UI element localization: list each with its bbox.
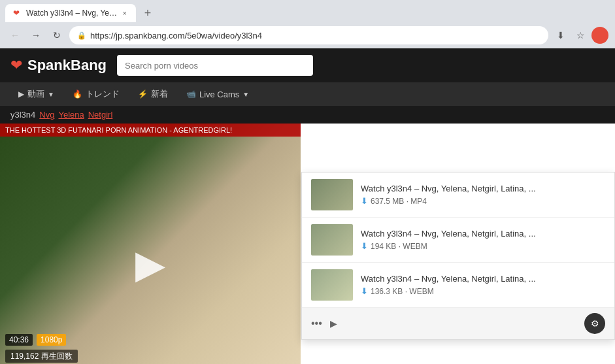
settings-icon: ⚙: [591, 318, 599, 329]
download-size-1: ⬇ 637.5 MB · MP4: [361, 196, 605, 206]
search-input[interactable]: [117, 55, 313, 76]
download-info-1: Watch y3l3n4 – Nvg, Yelena, Netgirl, Lat…: [361, 184, 605, 206]
forward-button[interactable]: →: [27, 27, 44, 44]
profile-icon[interactable]: [591, 27, 608, 44]
video-player[interactable]: THE HOTTEST 3D FUTANARI PORN ANIMATION -…: [0, 124, 301, 364]
nav-item-livecams[interactable]: 📹 Live Cams ▼: [178, 86, 257, 103]
dropdown-play-button[interactable]: ▶: [330, 318, 337, 329]
download-thumb-3: [311, 269, 353, 301]
tab-title: Watch y3l3n4 – Nvg, Yelena, N…: [26, 8, 118, 18]
camera-icon: 📹: [186, 90, 196, 99]
duration-badge: 40:36: [5, 334, 33, 346]
quality-badge: 1080p: [37, 334, 66, 346]
download-item-2[interactable]: Watch y3l3n4 – Nvg, Yelena, Netgirl, Lat…: [302, 218, 614, 263]
download-title-1: Watch y3l3n4 – Nvg, Yelena, Netgirl, Lat…: [361, 184, 605, 193]
more-options-button[interactable]: •••: [311, 318, 322, 329]
download-icon-2: ⬇: [361, 241, 368, 251]
breadcrumb-netgirl[interactable]: Netgirl: [88, 110, 113, 120]
views-badge: 119,162 再生回数: [5, 350, 78, 363]
livecams-chevron-icon: ▼: [242, 91, 249, 98]
tab-close-button[interactable]: ×: [122, 8, 128, 18]
nav-label-trend: トレンド: [86, 88, 120, 100]
download-icon-1: ⬇: [361, 196, 368, 206]
download-item-1[interactable]: Watch y3l3n4 – Nvg, Yelena, Netgirl, Lat…: [302, 173, 614, 218]
dropdown-footer-left: ••• ▶: [311, 318, 337, 329]
download-dropdown: Watch y3l3n4 – Nvg, Yelena, Netgirl, Lat…: [301, 172, 615, 340]
url-text: https://jp.spankbang.com/5e0wa/video/y3l…: [90, 31, 540, 41]
download-thumb-2: [311, 224, 353, 256]
fire-icon: 🔥: [73, 90, 82, 99]
download-info-2: Watch y3l3n4 – Nvg, Yelena, Netgirl, Lat…: [361, 229, 605, 251]
download-title-3: Watch y3l3n4 – Nvg, Yelena, Netgirl, Lat…: [361, 274, 605, 284]
bookmark-button[interactable]: ☆: [572, 27, 589, 44]
site-header: ❤ SpankBang: [0, 48, 615, 82]
play-icon: ▶: [18, 90, 24, 99]
tab-bar: ❤ Watch y3l3n4 – Nvg, Yelena, N… × +: [0, 0, 615, 22]
tab-favicon: ❤: [13, 8, 22, 18]
download-size-3: ⬇ 136.3 KB · WEBM: [361, 286, 605, 296]
active-tab[interactable]: ❤ Watch y3l3n4 – Nvg, Yelena, N… ×: [5, 4, 136, 22]
nav-item-new[interactable]: ⚡ 新着: [130, 84, 176, 104]
nav-label-douga: 動画: [27, 88, 44, 100]
logo-heart-icon: ❤: [10, 57, 22, 74]
lightning-icon: ⚡: [138, 90, 148, 99]
website: ❤ SpankBang ▶ 動画 ▼ 🔥 トレンド ⚡ 新着 📹 Live Ca…: [0, 48, 615, 364]
chevron-down-icon: ▼: [48, 91, 54, 98]
video-meta: 40:36 1080p: [5, 334, 66, 346]
nav-bar: ▶ 動画 ▼ 🔥 トレンド ⚡ 新着 📹 Live Cams ▼: [0, 82, 615, 106]
logo[interactable]: ❤ SpankBang: [10, 57, 107, 74]
download-icon-3: ⬇: [361, 286, 368, 296]
play-button[interactable]: ▶: [135, 241, 165, 287]
breadcrumb-nvg[interactable]: Nvg: [39, 110, 54, 120]
content-row: THE HOTTEST 3D FUTANARI PORN ANIMATION -…: [0, 124, 615, 364]
download-title-2: Watch y3l3n4 – Nvg, Yelena, Netgirl, Lat…: [361, 229, 605, 239]
download-action-button[interactable]: ⬇: [552, 27, 569, 44]
nav-item-douga[interactable]: ▶ 動画 ▼: [10, 84, 62, 104]
download-size-2: ⬇ 194 KB · WEBM: [361, 241, 605, 251]
nav-item-trend[interactable]: 🔥 トレンド: [65, 84, 127, 104]
breadcrumb-plain: y3l3n4: [10, 110, 35, 120]
breadcrumb-yelena[interactable]: Yelena: [58, 110, 84, 120]
url-bar[interactable]: 🔒 https://jp.spankbang.com/5e0wa/video/y…: [69, 26, 548, 44]
new-tab-button[interactable]: +: [139, 4, 157, 22]
back-button[interactable]: ←: [7, 27, 24, 44]
lock-icon: 🔒: [77, 31, 86, 40]
refresh-button[interactable]: ↻: [48, 27, 65, 44]
browser-chrome: ❤ Watch y3l3n4 – Nvg, Yelena, N… × + ← →…: [0, 0, 615, 48]
download-info-3: Watch y3l3n4 – Nvg, Yelena, Netgirl, Lat…: [361, 274, 605, 296]
video-stats: 119,162 再生回数: [5, 350, 78, 362]
address-bar: ← → ↻ 🔒 https://jp.spankbang.com/5e0wa/v…: [0, 22, 615, 48]
nav-label-new: 新着: [151, 88, 168, 100]
download-item-3[interactable]: Watch y3l3n4 – Nvg, Yelena, Netgirl, Lat…: [302, 263, 614, 308]
browser-actions: ⬇ ☆: [552, 27, 608, 44]
ad-banner: THE HOTTEST 3D FUTANARI PORN ANIMATION -…: [0, 124, 301, 137]
logo-text: SpankBang: [27, 57, 107, 74]
dropdown-footer: ••• ▶ ⚙: [302, 308, 614, 339]
settings-button[interactable]: ⚙: [584, 313, 605, 334]
nav-label-livecams: Live Cams: [199, 90, 239, 99]
download-thumb-1: [311, 179, 353, 210]
breadcrumb: y3l3n4 Nvg Yelena Netgirl: [0, 106, 615, 124]
